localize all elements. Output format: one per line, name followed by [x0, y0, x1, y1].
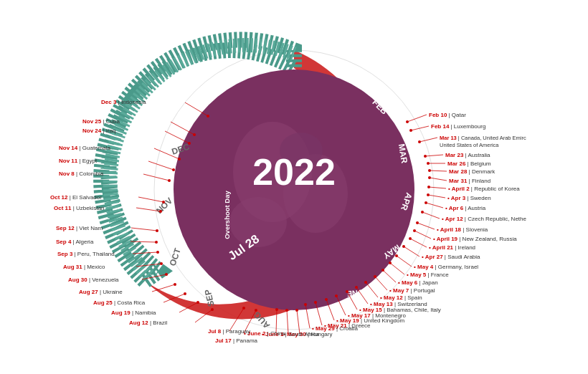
label-nov8: Nov 8 | Colombia [59, 171, 104, 177]
label-apr27: • Apr 27 | Saudi Arabia [422, 254, 480, 260]
svg-text:United States of America: United States of America [440, 142, 499, 148]
svg-point-82 [155, 241, 158, 244]
label-may5: • May 5 | France [407, 272, 449, 278]
label-jul17: Jul 17 | Panama [215, 337, 258, 344]
label-may7: • May 7 | Portugal [389, 287, 435, 294]
label-apr6: • Apr 6 | Austria [445, 205, 486, 211]
label-apr18: • April 18 | Slovenia [437, 226, 488, 233]
svg-point-68 [211, 308, 214, 311]
label-sep12: Sep 12 | Viet Nam [56, 225, 103, 231]
svg-point-76 [165, 273, 168, 276]
label-aug19: Aug 19 | Namibia [111, 310, 156, 316]
svg-point-24 [427, 186, 430, 188]
svg-point-32 [416, 221, 419, 224]
label-aug27: Aug 27 | Ukraine [79, 289, 123, 295]
svg-point-90 [168, 179, 171, 182]
svg-point-104 [242, 307, 245, 310]
label-may4: • May 4 | Germany, Israel [414, 264, 478, 270]
chart-container: 2022 Overshoot Day Jul 28 JAN FEB MAR AP… [0, 0, 588, 374]
center-year: 2022 [252, 151, 336, 193]
svg-point-84 [156, 229, 158, 232]
svg-point-96 [188, 142, 191, 145]
label-apr12: • Apr 12 | Czech Republic, Nethe [442, 216, 527, 222]
svg-point-92 [172, 168, 175, 171]
label-sep3: Sep 3 | Peru, Thailand [57, 251, 115, 257]
svg-point-13 [418, 140, 421, 143]
svg-point-94 [178, 158, 181, 160]
label-mar23: Mar 23 | Australia [445, 152, 490, 158]
label-sep4: Sep 4 | Algeria [56, 239, 94, 245]
svg-point-74 [174, 283, 176, 286]
svg-point-28 [425, 201, 427, 204]
svg-point-20 [428, 169, 431, 172]
label-aug12: Aug 12 | Brazil [129, 320, 167, 326]
label-may6: • May 6 | Japan [398, 279, 438, 286]
label-dec3: Dec 3 | Indonesia [101, 99, 146, 105]
svg-point-46 [374, 275, 376, 278]
svg-point-98 [193, 133, 196, 136]
label-mar13: Mar 13 | Canada, United Arab Emirc [440, 135, 526, 141]
label-apr3: • Apr 3 | Sweden [447, 195, 491, 201]
svg-point-58 [314, 301, 317, 304]
label-mar28: Mar 28 | Denmark [449, 168, 495, 175]
overshoot-label: Overshoot Day [223, 190, 231, 239]
svg-point-54 [335, 294, 338, 297]
label-feb14: Feb 14 | Luxembourg [431, 123, 485, 130]
svg-point-52 [346, 290, 348, 293]
label-nov11: Nov 11 | Egypt [59, 158, 98, 164]
svg-point-78 [160, 262, 163, 265]
svg-point-66 [275, 308, 278, 311]
svg-point-38 [402, 245, 405, 248]
svg-point-48 [364, 281, 367, 284]
svg-point-72 [184, 292, 186, 295]
svg-point-50 [355, 286, 358, 289]
label-aug31: Aug 31 | Mexico [63, 264, 105, 270]
svg-point-30 [421, 211, 424, 214]
label-apr2: • April 2 | Republic of Korea [448, 186, 520, 192]
svg-point-70 [196, 301, 199, 304]
svg-point-80 [156, 251, 159, 254]
svg-point-18 [427, 162, 430, 165]
svg-point-34 [413, 229, 416, 232]
svg-point-40 [395, 254, 398, 257]
svg-point-44 [381, 269, 384, 272]
label-may12: • May 12 | Spain [380, 294, 422, 301]
label-aug30: Aug 30 | Venezuela [68, 277, 119, 283]
label-nov14: Nov 14 | Guatemala [59, 145, 110, 151]
label-jul8: Jul 8 | Paraguay [208, 328, 250, 335]
label-apr19: • April 19 | New Zealand, Russia [433, 236, 517, 242]
svg-point-26 [427, 193, 430, 196]
svg-point-56 [325, 298, 328, 301]
svg-point-102 [255, 309, 257, 312]
label-mar31: Mar 31 | Finland [449, 178, 490, 184]
label-mar26: Mar 26 | Belgium [447, 160, 491, 167]
label-nov25: Nov 25 | Cuba [82, 118, 120, 125]
label-oct12: Oct 12 | El Salvador [50, 194, 102, 201]
svg-point-9 [406, 120, 409, 123]
svg-point-36 [409, 237, 412, 240]
label-feb10: Feb 10 | Qatar [429, 112, 466, 118]
label-aug25: Aug 25 | Costa Rica [93, 299, 146, 306]
svg-point-60 [304, 303, 307, 306]
label-apr21: • April 21 | Ireland [429, 244, 475, 251]
label-nov24: Nov 24 | Iraq [82, 128, 116, 134]
label-oct11: Oct 11 | Uzbekistan [54, 205, 105, 211]
svg-point-62 [295, 309, 298, 312]
svg-point-22 [428, 176, 431, 179]
svg-point-11 [409, 129, 412, 132]
svg-point-86 [159, 210, 162, 213]
svg-point-100 [207, 115, 209, 118]
svg-point-88 [162, 201, 165, 203]
svg-point-16 [424, 155, 427, 158]
svg-point-64 [285, 309, 288, 312]
svg-point-42 [389, 262, 392, 264]
